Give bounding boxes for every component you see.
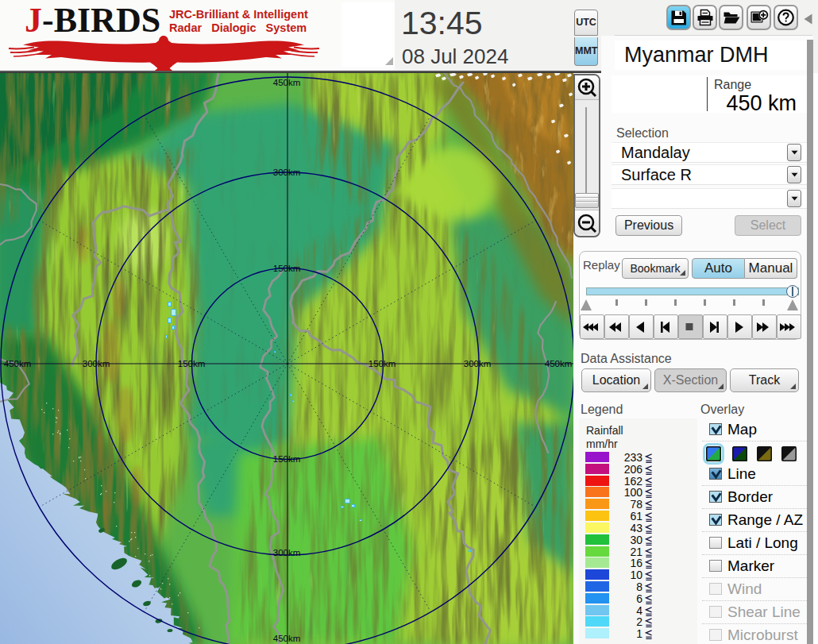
svg-text:450km: 450km: [4, 359, 32, 368]
svg-text:450km: 450km: [545, 359, 573, 368]
svg-text:150km: 150km: [273, 264, 301, 273]
svg-text:150km: 150km: [368, 359, 396, 368]
svg-text:150km: 150km: [178, 359, 206, 368]
svg-text:300km: 300km: [464, 359, 492, 368]
svg-text:150km: 150km: [273, 454, 301, 464]
svg-text:450km: 450km: [273, 634, 301, 643]
svg-text:300km: 300km: [273, 548, 301, 557]
svg-text:300km: 300km: [83, 359, 110, 368]
svg-text:450km: 450km: [273, 78, 301, 87]
svg-text:300km: 300km: [273, 168, 301, 177]
